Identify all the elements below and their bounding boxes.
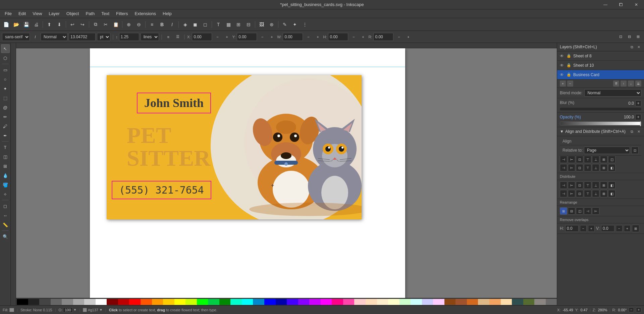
swatch-aqua[interactable] <box>230 299 242 305</box>
font-family-select[interactable]: sans-serif <box>2 33 30 41</box>
swatch-fuchsia[interactable] <box>309 299 321 305</box>
dist-c4[interactable]: ⊤ <box>584 190 591 197</box>
v-value-input[interactable] <box>601 225 614 232</box>
swatch-darkgray1[interactable] <box>28 299 40 305</box>
swatch-lightblue[interactable] <box>422 299 433 305</box>
rx-minus-button[interactable]: − <box>395 33 403 41</box>
swatch-azure[interactable] <box>253 299 264 305</box>
y-minus-button[interactable]: − <box>258 33 266 41</box>
collapse-icon[interactable]: ▼ <box>560 129 564 134</box>
fill-button[interactable]: ◼ <box>191 20 200 29</box>
align-center-text-button[interactable]: ☰ <box>174 33 182 41</box>
rearrange-b2[interactable]: ⊟ <box>568 207 575 215</box>
layer-move-to-bottom[interactable]: ⇊ <box>635 81 641 87</box>
import-button[interactable]: ⬆ <box>45 20 54 29</box>
h-minus-btn[interactable]: − <box>580 225 587 232</box>
rect-tool[interactable]: ▭ <box>1 65 10 74</box>
align-b1[interactable]: ⊣ <box>560 164 567 171</box>
zoom-out-button[interactable]: ⊖ <box>134 20 144 29</box>
align-b4[interactable]: ⊤ <box>584 164 591 171</box>
layer-add-button[interactable]: + <box>560 81 566 87</box>
layer-lock-icon2[interactable]: 🔒 <box>567 63 572 67</box>
swatch-hotpink[interactable] <box>332 299 343 305</box>
node-editor-button[interactable]: ◈ <box>180 20 190 29</box>
swatch-blue[interactable] <box>264 299 276 305</box>
dist-c6[interactable]: ⊞ <box>600 190 607 197</box>
more-button[interactable]: ⊛ <box>267 20 276 29</box>
minimize-button[interactable]: — <box>598 0 613 9</box>
gradient-tool[interactable]: ◫ <box>1 152 10 161</box>
text-tool[interactable]: T <box>1 143 10 152</box>
swatch-darkolive[interactable] <box>523 299 535 305</box>
node-tool[interactable]: ⬡ <box>1 54 10 62</box>
spray-button[interactable]: ✦ <box>290 20 300 29</box>
opacity-add-button[interactable]: + <box>635 114 641 120</box>
cut-button[interactable]: ✂ <box>101 20 110 29</box>
align-left-edges[interactable]: ⊣ <box>560 156 567 163</box>
v-plus-btn[interactable]: + <box>624 225 631 232</box>
swatch-cyan[interactable] <box>242 299 253 305</box>
menu-object[interactable]: Object <box>63 10 83 17</box>
dist-b3[interactable]: ⊡ <box>576 181 583 189</box>
swatch-black[interactable] <box>17 299 28 305</box>
ellipse-tool[interactable]: ○ <box>1 75 10 84</box>
menu-edit[interactable]: Edit <box>15 10 29 17</box>
swatch-midgray[interactable] <box>62 299 73 305</box>
calligraphy-tool[interactable]: ✒ <box>1 131 10 140</box>
swatch-lightgreen[interactable] <box>399 299 411 305</box>
align-center-button[interactable]: ≡ <box>147 20 157 29</box>
align-right-edges[interactable]: ⊡ <box>576 156 583 163</box>
unflow-button[interactable]: ⊟ <box>244 20 253 29</box>
w-plus-button[interactable]: + <box>314 33 322 41</box>
dist-c7[interactable]: ◧ <box>608 190 615 197</box>
swatch-lightpink[interactable] <box>433 299 444 305</box>
menu-path[interactable]: Path <box>82 10 98 17</box>
dist-c3[interactable]: ⊡ <box>576 190 583 197</box>
align-relative-icon[interactable]: ⊡ <box>631 147 639 154</box>
h-plus-button[interactable]: + <box>359 33 367 41</box>
pen-tool[interactable]: 🖊 <box>1 122 10 130</box>
view-options1[interactable]: ⊡ <box>616 33 625 41</box>
x-minus-button[interactable]: − <box>213 33 221 41</box>
rearrange-b4[interactable]: ⊣ <box>584 207 591 215</box>
h-value-input[interactable] <box>565 225 579 232</box>
align-bottom-edges[interactable]: ⊞ <box>600 156 607 163</box>
swatch-dimgray[interactable] <box>546 299 557 305</box>
dropper-tool[interactable]: 💧 <box>1 171 10 180</box>
menu-help[interactable]: Help <box>159 10 175 17</box>
layer-remove-button[interactable]: − <box>567 81 573 87</box>
swatch-lightgray[interactable] <box>73 299 85 305</box>
zoom-tool[interactable]: 🔍 <box>1 232 10 241</box>
layer-vis-icon3[interactable]: 👁 <box>560 72 565 77</box>
layer-move-down[interactable]: ↓ <box>628 81 634 87</box>
dist-c2[interactable]: ⊢ <box>568 190 575 197</box>
swatch-lightyellow[interactable] <box>388 299 399 305</box>
w-minus-button[interactable]: − <box>304 33 312 41</box>
status-plus-btn[interactable]: + <box>636 307 641 312</box>
color-code-chevron[interactable]: ▼ <box>99 308 103 312</box>
dist-b1[interactable]: ⊣ <box>560 181 567 189</box>
opacity-status-value[interactable]: 100 <box>63 307 72 313</box>
status-minus-btn[interactable]: − <box>629 307 634 312</box>
fill-color-swatch[interactable] <box>9 308 14 312</box>
align-undock-icon[interactable]: ⧉ <box>629 129 635 134</box>
align-top-edges[interactable]: ⊤ <box>584 156 591 163</box>
swatch-burlywood[interactable] <box>478 299 489 305</box>
swatch-darkblue[interactable] <box>276 299 287 305</box>
align-close-icon[interactable]: ✕ <box>636 129 641 134</box>
swatch-pastelred[interactable] <box>354 299 366 305</box>
x-coord-input[interactable] <box>192 33 212 41</box>
canvas-scroll[interactable]: John Smith PET SITTER (555) 321-7654 <box>16 48 551 305</box>
swatch-white[interactable] <box>96 299 107 305</box>
layer-lock-icon3[interactable]: 🔒 <box>567 72 572 77</box>
opacity-bar-container[interactable] <box>560 121 641 125</box>
swatch-silvergray[interactable] <box>84 299 96 305</box>
align-b7[interactable]: ◧ <box>608 164 615 171</box>
align-b6[interactable]: ⊞ <box>600 164 607 171</box>
remove-overlaps-grid-icon[interactable]: ⊞ <box>632 225 639 232</box>
align-b2[interactable]: ⊢ <box>568 164 575 171</box>
line-unit-select[interactable]: lines px <box>141 33 159 41</box>
y-plus-button[interactable]: + <box>268 33 276 41</box>
swatch-darkslate[interactable] <box>512 299 523 305</box>
font-size-input[interactable] <box>69 33 96 41</box>
